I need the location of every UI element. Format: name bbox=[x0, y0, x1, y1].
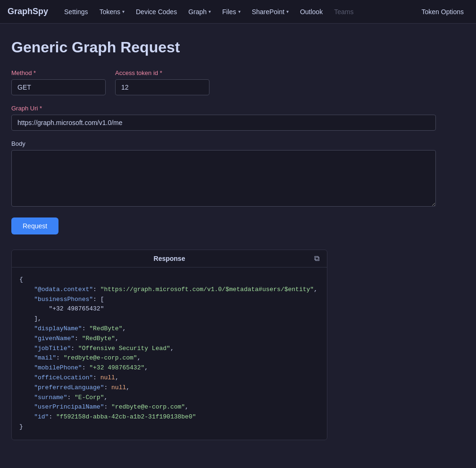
page-title: Generic Graph Request bbox=[11, 39, 442, 56]
uri-input[interactable] bbox=[11, 115, 436, 131]
tokens-dropdown-arrow: ▾ bbox=[122, 9, 125, 14]
method-group: Method * bbox=[11, 69, 106, 95]
main-content: Generic Graph Request Method * Access to… bbox=[0, 24, 453, 455]
token-id-group: Access token id * bbox=[115, 69, 209, 95]
response-header: Response ⧉ bbox=[12, 250, 327, 267]
nav-device-codes[interactable]: Device Codes bbox=[131, 5, 182, 18]
body-label: Body bbox=[11, 140, 442, 147]
nav-items: Settings Tokens ▾ Device Codes Graph ▾ F… bbox=[59, 5, 417, 18]
graph-dropdown-arrow: ▾ bbox=[209, 9, 211, 14]
brand-logo[interactable]: GraphSpy bbox=[8, 7, 48, 17]
uri-group: Graph Uri * bbox=[11, 105, 436, 131]
sharepoint-dropdown-arrow: ▾ bbox=[286, 9, 289, 14]
navbar: GraphSpy Settings Tokens ▾ Device Codes … bbox=[0, 0, 476, 24]
body-group: Body bbox=[11, 140, 442, 208]
nav-settings[interactable]: Settings bbox=[59, 5, 93, 18]
method-input[interactable] bbox=[11, 79, 106, 95]
token-id-label: Access token id * bbox=[115, 69, 209, 76]
token-options-button[interactable]: Token Options bbox=[417, 5, 469, 18]
uri-label: Graph Uri * bbox=[11, 105, 436, 112]
response-title: Response bbox=[154, 255, 185, 262]
body-textarea[interactable] bbox=[11, 150, 436, 207]
nav-outlook[interactable]: Outlook bbox=[295, 5, 327, 18]
method-label: Method * bbox=[11, 69, 106, 76]
nav-tokens[interactable]: Tokens ▾ bbox=[95, 5, 129, 18]
nav-files[interactable]: Files ▾ bbox=[217, 5, 245, 18]
response-panel: Response ⧉ { "@odata.context": "https://… bbox=[11, 250, 327, 440]
nav-teams: Teams bbox=[329, 5, 358, 18]
token-id-input[interactable] bbox=[115, 79, 209, 95]
response-body: { "@odata.context": "https://graph.micro… bbox=[12, 267, 327, 440]
request-button[interactable]: Request bbox=[11, 217, 58, 234]
nav-graph[interactable]: Graph ▾ bbox=[184, 5, 216, 18]
copy-button[interactable]: ⧉ bbox=[312, 253, 321, 264]
nav-sharepoint[interactable]: SharePoint ▾ bbox=[247, 5, 293, 18]
files-dropdown-arrow: ▾ bbox=[238, 9, 241, 14]
method-token-row: Method * Access token id * bbox=[11, 69, 442, 95]
